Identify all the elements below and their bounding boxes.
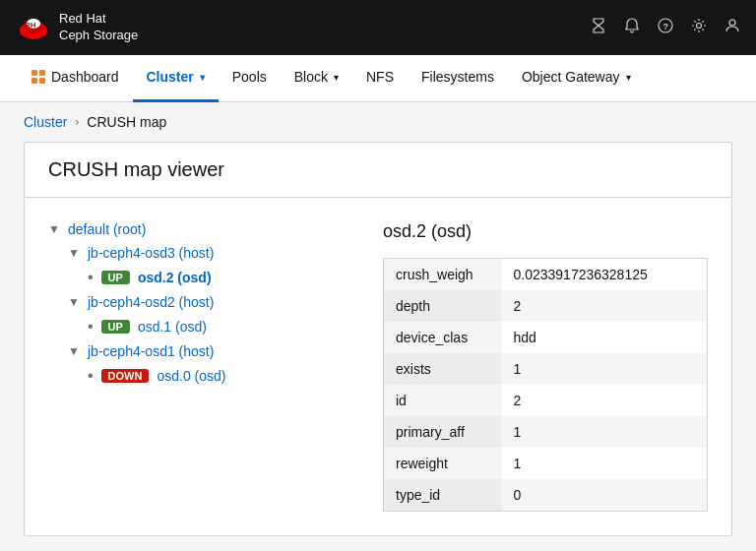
tree-root-node[interactable]: ▼ default (root) (48, 221, 344, 237)
nav-block-label: Block (294, 69, 328, 85)
nav-filesystems-label: Filesystems (421, 69, 494, 85)
nav-filesystems[interactable]: Filesystems (408, 55, 508, 102)
leaf-osd1-label[interactable]: osd.1 (osd) (138, 319, 207, 335)
detail-table-body: crush_weigh0.0233917236328125depth2devic… (384, 259, 708, 512)
top-navbar: RH Red Hat Ceph Storage ? (0, 0, 756, 55)
leaf-osd2-label[interactable]: osd.2 (osd) (138, 270, 212, 285)
detail-title: osd.2 (osd) (383, 221, 708, 242)
card-header: CRUSH map viewer (25, 143, 731, 198)
tree-host-3-children: • down osd.0 (osd) (88, 367, 344, 385)
detail-row-key: crush_weigh (384, 259, 502, 291)
tree-host-3-node[interactable]: ▼ jb-ceph4-osd1 (host) (68, 343, 344, 359)
object-gateway-caret: ▾ (626, 72, 631, 83)
detail-row-value: 2 (502, 385, 708, 416)
tree-leaf-osd2: • up osd.2 (osd) (88, 269, 344, 286)
tree-host-1-children: • up osd.2 (osd) (88, 269, 344, 286)
breadcrumb-separator: › (75, 115, 79, 129)
nav-dashboard-label: Dashboard (51, 69, 119, 85)
brand: RH Red Hat Ceph Storage (16, 10, 138, 45)
tree-root-label[interactable]: default (root) (68, 221, 146, 237)
settings-icon[interactable] (691, 18, 707, 37)
detail-table: crush_weigh0.0233917236328125depth2devic… (383, 258, 708, 512)
svg-rect-10 (32, 78, 37, 84)
bullet-osd2: • (88, 269, 94, 286)
detail-row-key: device_clas (384, 322, 502, 353)
redhat-logo: RH (16, 10, 51, 45)
leaf-osd0-label[interactable]: osd.0 (osd) (157, 368, 225, 384)
detail-row-key: depth (384, 290, 502, 322)
svg-rect-8 (32, 70, 37, 76)
table-row: device_clashdd (384, 322, 708, 353)
main-content: CRUSH map viewer ▼ default (root) ▼ jb-c… (0, 142, 756, 551)
nav-nfs-label: NFS (366, 69, 394, 85)
nav-pools[interactable]: Pools (219, 55, 281, 102)
breadcrumb: Cluster › CRUSH map (0, 102, 756, 142)
badge-osd0: down (101, 369, 150, 383)
tasks-icon[interactable] (591, 18, 606, 37)
badge-osd1: up (101, 320, 130, 334)
svg-point-6 (697, 24, 702, 29)
svg-point-7 (729, 20, 735, 26)
detail-row-value: 0 (502, 479, 708, 512)
tree-host-3-toggle: ▼ (68, 344, 82, 358)
nav-block[interactable]: Block ▾ (281, 55, 352, 102)
card-title: CRUSH map viewer (48, 158, 224, 180)
detail-row-value: 2 (502, 290, 708, 322)
svg-text:RH: RH (25, 21, 36, 30)
svg-rect-11 (39, 78, 45, 84)
block-caret: ▾ (334, 72, 339, 83)
detail-row-key: id (384, 385, 502, 416)
table-row: reweight1 (384, 448, 708, 479)
breadcrumb-cluster[interactable]: Cluster (24, 114, 67, 130)
badge-osd2: up (101, 271, 130, 284)
tree-host-3-label[interactable]: jb-ceph4-osd1 (host) (88, 343, 214, 359)
tree-leaf-osd1: • up osd.1 (osd) (88, 318, 344, 336)
navbar-icons: ? (591, 18, 740, 37)
svg-rect-9 (39, 70, 45, 76)
tree-host-1-label[interactable]: jb-ceph4-osd3 (host) (88, 245, 214, 261)
detail-panel: osd.2 (osd) crush_weigh0.023391723632812… (383, 221, 708, 512)
nav-dashboard[interactable]: Dashboard (16, 55, 133, 102)
bullet-osd1: • (88, 318, 94, 336)
user-icon[interactable] (724, 18, 740, 37)
tree-root-children: ▼ jb-ceph4-osd3 (host) • up osd.2 (osd) … (68, 245, 344, 385)
detail-row-key: type_id (384, 479, 502, 512)
detail-row-key: primary_aff (384, 416, 502, 448)
crush-map-card: CRUSH map viewer ▼ default (root) ▼ jb-c… (24, 142, 732, 536)
table-row: depth2 (384, 290, 708, 322)
tree-host-1-toggle: ▼ (68, 246, 82, 260)
detail-row-value: 1 (502, 353, 708, 385)
nav-pools-label: Pools (232, 69, 267, 85)
detail-row-key: reweight (384, 448, 502, 479)
detail-row-key: exists (384, 353, 502, 385)
tree-host-1-node[interactable]: ▼ jb-ceph4-osd3 (host) (68, 245, 344, 261)
dashboard-icon (30, 68, 47, 86)
bell-icon[interactable] (624, 18, 640, 37)
table-row: id2 (384, 385, 708, 416)
tree-leaf-osd0: • down osd.0 (osd) (88, 367, 344, 385)
nav-nfs[interactable]: NFS (352, 55, 408, 102)
table-row: exists1 (384, 353, 708, 385)
detail-row-value: hdd (502, 322, 708, 353)
tree-root-toggle: ▼ (48, 222, 62, 236)
brand-text: Red Hat Ceph Storage (59, 11, 138, 44)
detail-row-value: 1 (502, 416, 708, 448)
nav-object-gateway-label: Object Gateway (522, 69, 620, 85)
nav-cluster-label: Cluster (147, 69, 194, 85)
detail-row-value: 0.0233917236328125 (502, 259, 708, 291)
subnav: Dashboard Cluster ▾ Pools Block ▾ NFS Fi… (0, 55, 756, 102)
tree-host-2-children: • up osd.1 (osd) (88, 318, 344, 336)
svg-text:?: ? (663, 22, 669, 31)
detail-row-value: 1 (502, 448, 708, 479)
tree-host-2-node[interactable]: ▼ jb-ceph4-osd2 (host) (68, 294, 344, 310)
tree-host-2-label[interactable]: jb-ceph4-osd2 (host) (88, 294, 214, 310)
nav-object-gateway[interactable]: Object Gateway ▾ (508, 55, 645, 102)
bullet-osd0: • (88, 367, 94, 385)
table-row: crush_weigh0.0233917236328125 (384, 259, 708, 291)
help-icon[interactable]: ? (658, 18, 673, 37)
nav-cluster[interactable]: Cluster ▾ (133, 55, 219, 102)
cluster-caret: ▾ (200, 72, 205, 83)
card-body: ▼ default (root) ▼ jb-ceph4-osd3 (host) … (25, 198, 731, 535)
breadcrumb-current: CRUSH map (87, 114, 166, 130)
table-row: primary_aff1 (384, 416, 708, 448)
